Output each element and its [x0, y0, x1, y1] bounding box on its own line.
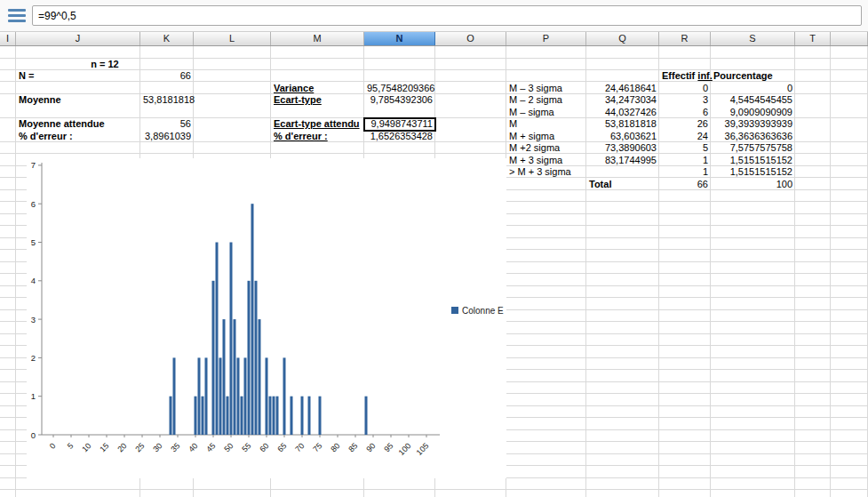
cell-Q9[interactable]: 73,3890603 — [586, 142, 659, 155]
cell-P5[interactable]: M – 2 sigma — [506, 94, 586, 107]
svg-text:35: 35 — [169, 441, 181, 453]
column-header-R[interactable]: R — [659, 32, 711, 45]
column-header-P[interactable]: P — [506, 32, 586, 45]
svg-text:100: 100 — [397, 441, 413, 457]
svg-text:25: 25 — [133, 441, 146, 453]
column-header-K[interactable]: K — [140, 32, 194, 45]
column-header-T[interactable]: T — [795, 32, 831, 45]
column-header-N[interactable]: N — [364, 32, 435, 45]
cell-S4[interactable]: 0 — [711, 83, 795, 95]
svg-text:6: 6 — [31, 199, 36, 209]
column-header-row: IJKLMNOPQRST — [0, 32, 868, 46]
svg-text:5: 5 — [66, 441, 76, 451]
svg-text:85: 85 — [346, 441, 359, 453]
cell-Q8[interactable]: 63,603621 — [586, 131, 659, 143]
cell-S12[interactable]: 100 — [711, 179, 795, 191]
cell-M7[interactable]: Ecart-type attendu — [271, 118, 364, 131]
cell-P4[interactable]: M – 3 sigma — [506, 83, 586, 95]
svg-text:Colonne E: Colonne E — [462, 306, 504, 316]
svg-text:10: 10 — [80, 441, 92, 453]
formula-toolbar — [0, 0, 868, 32]
cell-Q10[interactable]: 83,1744995 — [586, 155, 659, 167]
cell-Q5[interactable]: 34,2473034 — [586, 94, 659, 107]
column-header-Q[interactable]: Q — [586, 32, 659, 45]
cell-M8[interactable]: % d'erreur : — [271, 131, 364, 143]
cell-R8[interactable]: 24 — [659, 131, 711, 143]
cell-S6[interactable]: 9,0909090909 — [711, 107, 795, 119]
cell-J7[interactable]: Moyenne attendue — [16, 118, 140, 131]
column-header-J[interactable]: J — [16, 32, 140, 45]
cell-P8[interactable]: M + sigma — [506, 131, 586, 143]
cell-J2[interactable]: n = 12 — [16, 59, 194, 71]
svg-text:60: 60 — [258, 441, 270, 453]
cell-N8[interactable]: 1,6526353428 — [364, 131, 435, 143]
cell-P6[interactable]: M – sigma — [506, 107, 586, 119]
cell-R4[interactable]: 0 — [659, 83, 711, 95]
column-header-I[interactable]: I — [0, 32, 16, 45]
cell-R10[interactable]: 1 — [659, 155, 711, 167]
cell-Q12[interactable]: Total — [586, 179, 659, 191]
formula-input[interactable] — [32, 5, 862, 26]
gridline-vertical — [830, 46, 831, 497]
cell-P11[interactable]: > M + 3 sigma — [506, 166, 586, 179]
cell-Q4[interactable]: 24,4618641 — [586, 83, 659, 95]
cell-P7[interactable]: M — [506, 118, 586, 131]
svg-text:55: 55 — [240, 441, 252, 453]
cell-R3[interactable]: Effectif inf. — [659, 70, 711, 83]
cell-S9[interactable]: 7,5757575758 — [711, 142, 795, 155]
cell-J3[interactable]: N = — [16, 70, 140, 83]
cell-N4[interactable]: 95,7548209366 — [364, 83, 435, 95]
cell-R5[interactable]: 3 — [659, 94, 711, 107]
svg-text:95: 95 — [382, 441, 394, 453]
cell-S5[interactable]: 4,5454545455 — [711, 94, 795, 107]
column-header-L[interactable]: L — [194, 32, 271, 45]
cell-N5[interactable]: 9,7854392306 — [364, 94, 435, 107]
svg-text:7: 7 — [31, 160, 36, 170]
cell-P9[interactable]: M +2 sigma — [506, 142, 586, 155]
cell-R12[interactable]: 66 — [659, 179, 711, 191]
column-header-extra[interactable] — [831, 32, 868, 45]
column-header-O[interactable]: O — [435, 32, 506, 45]
cell-P10[interactable]: M + 3 sigma — [506, 155, 586, 167]
cell-R6[interactable]: 6 — [659, 107, 711, 119]
svg-text:15: 15 — [98, 441, 110, 453]
cell-N7[interactable]: 9,9498743711 — [364, 118, 435, 131]
cell-M5[interactable]: Ecart-type — [271, 94, 364, 107]
cell-K5[interactable]: 53,8181818 — [140, 94, 194, 107]
chart-legend: Colonne E — [451, 306, 504, 316]
cell-K7[interactable]: 56 — [140, 118, 194, 131]
cell-R9[interactable]: 5 — [659, 142, 711, 155]
cell-R7[interactable]: 26 — [659, 118, 711, 131]
cell-R11[interactable]: 1 — [659, 166, 711, 179]
svg-text:30: 30 — [151, 441, 163, 453]
svg-text:105: 105 — [415, 441, 431, 457]
svg-text:40: 40 — [187, 441, 199, 453]
spreadsheet-grid[interactable]: 0123456705101520253035404550556065707580… — [0, 46, 868, 497]
cell-J5[interactable]: Moyenne — [16, 94, 140, 107]
cell-S8[interactable]: 36,3636363636 — [711, 131, 795, 143]
svg-text:70: 70 — [293, 441, 306, 453]
svg-text:45: 45 — [204, 441, 217, 453]
embedded-chart[interactable]: 0123456705101520253035404550556065707580… — [27, 158, 506, 478]
svg-text:2: 2 — [31, 353, 36, 363]
svg-text:5: 5 — [31, 237, 36, 247]
cell-S11[interactable]: 1,5151515152 — [711, 166, 795, 179]
menu-icon[interactable] — [8, 9, 26, 23]
svg-text:80: 80 — [329, 441, 341, 453]
cell-J8[interactable]: % d'erreur : — [16, 131, 140, 143]
cell-M4[interactable]: Variance — [271, 83, 364, 95]
column-header-M[interactable]: M — [271, 32, 364, 45]
svg-text:20: 20 — [115, 441, 128, 453]
cell-S10[interactable]: 1,5151515152 — [711, 155, 795, 167]
chart-bars — [170, 204, 368, 435]
svg-text:0: 0 — [48, 441, 58, 451]
cell-K3[interactable]: 66 — [140, 70, 194, 83]
cell-K8[interactable]: 3,8961039 — [140, 131, 194, 143]
cell-Q7[interactable]: 53,8181818 — [586, 118, 659, 131]
cell-Q6[interactable]: 44,0327426 — [586, 107, 659, 119]
cell-S7[interactable]: 39,3939393939 — [711, 118, 795, 131]
column-header-S[interactable]: S — [711, 32, 795, 45]
svg-text:0: 0 — [31, 430, 36, 440]
svg-text:75: 75 — [311, 441, 323, 453]
cell-S3[interactable]: Pourcentage — [711, 70, 795, 83]
